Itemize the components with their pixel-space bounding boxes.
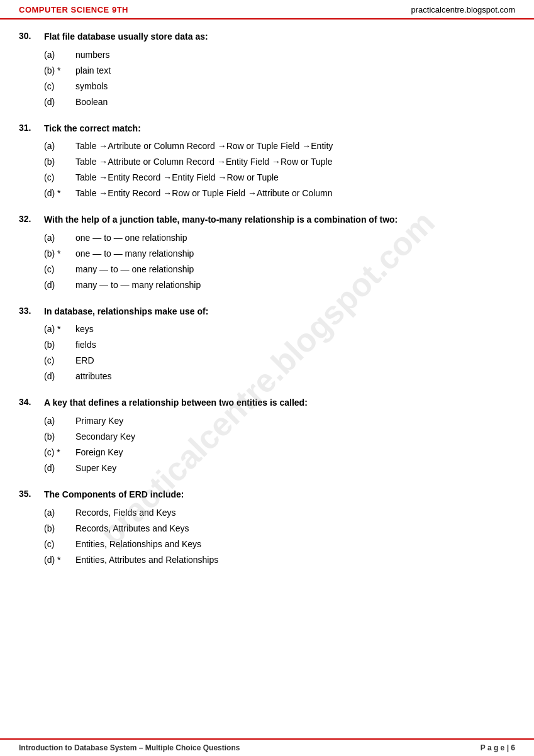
options-list: (a) *keys(b)fields(c)ERD(d)attributes — [44, 323, 515, 383]
question-number: 30. — [19, 31, 44, 41]
header-website: practicalcentre.blogspot.com — [411, 5, 515, 14]
option-text: Super Key — [75, 462, 116, 475]
option-row: (a)Table →Artribute or Column Record →Ro… — [44, 140, 515, 153]
option-row: (c)Entities, Relationships and Keys — [44, 538, 515, 551]
option-text: Records, Attributes and Keys — [75, 522, 189, 535]
question-text: Tick the correct match: — [44, 123, 141, 135]
option-label: (d) * — [44, 187, 75, 200]
option-text: Boolean — [75, 96, 108, 109]
question-text: A key that defines a relationship betwee… — [44, 397, 308, 409]
option-label: (c) — [44, 80, 75, 93]
question-block-35: 35.The Components of ERD include:(a)Reco… — [19, 489, 515, 567]
options-list: (a)Records, Fields and Keys(b)Records, A… — [44, 506, 515, 567]
question-text: Flat file database usually store data as… — [44, 31, 208, 43]
option-text: Primary Key — [75, 414, 123, 428]
option-row: (b) *plain text — [44, 64, 515, 77]
option-label: (b) — [44, 155, 75, 169]
question-text: The Components of ERD include: — [44, 489, 184, 501]
option-row: (b)Table →Attribute or Column Record →En… — [44, 155, 515, 169]
option-row: (a)numbers — [44, 48, 515, 62]
page-header: Computer Science 9th practicalcentre.blo… — [0, 0, 534, 19]
option-text: Table →Artribute or Column Record →Row o… — [75, 140, 333, 153]
option-label: (d) — [44, 279, 75, 292]
option-row: (c)Table →Entity Record →Entity Field →R… — [44, 171, 515, 184]
option-text: Secondary Key — [75, 430, 135, 443]
option-row: (b)Secondary Key — [44, 430, 515, 443]
option-label: (a) — [44, 140, 75, 153]
option-row: (d)Super Key — [44, 462, 515, 475]
option-row: (a)Primary Key — [44, 414, 515, 428]
option-text: attributes — [75, 370, 112, 383]
option-text: Table →Entity Record →Row or Tuple Field… — [75, 187, 333, 200]
header-title: Computer Science 9th — [19, 5, 128, 14]
option-label: (d) — [44, 96, 75, 109]
option-text: one — to — many relationship — [75, 247, 194, 260]
option-text: many — to — many relationship — [75, 279, 201, 292]
option-row: (a)one — to — one relationship — [44, 231, 515, 245]
option-text: Table →Entity Record →Entity Field →Row … — [75, 171, 279, 184]
option-text: Records, Fields and Keys — [75, 506, 176, 520]
option-row: (d)many — to — many relationship — [44, 279, 515, 292]
page-footer: Introduction to Database System – Multip… — [0, 738, 534, 756]
option-row: (b) *one — to — many relationship — [44, 247, 515, 260]
option-text: symbols — [75, 80, 108, 93]
option-label: (b) — [44, 338, 75, 352]
option-row: (c)ERD — [44, 354, 515, 367]
option-row: (d) *Table →Entity Record →Row or Tuple … — [44, 187, 515, 200]
question-block-30: 30.Flat file database usually store data… — [19, 31, 515, 109]
options-list: (a)Primary Key(b)Secondary Key(c) *Forei… — [44, 414, 515, 475]
option-text: plain text — [75, 64, 111, 77]
options-list: (a)numbers(b) *plain text(c)symbols(d)Bo… — [44, 48, 515, 109]
option-row: (b)Records, Attributes and Keys — [44, 522, 515, 535]
option-label: (c) — [44, 171, 75, 184]
option-label: (b) — [44, 430, 75, 443]
footer-title: Introduction to Database System – Multip… — [19, 743, 240, 752]
options-list: (a)one — to — one relationship(b) *one —… — [44, 231, 515, 292]
question-header-34: 34.A key that defines a relationship bet… — [19, 397, 515, 409]
option-label: (c) — [44, 354, 75, 367]
option-label: (b) — [44, 522, 75, 535]
question-block-33: 33.In database, relationships make use o… — [19, 306, 515, 384]
question-number: 35. — [19, 489, 44, 499]
option-label: (d) * — [44, 553, 75, 567]
option-label: (a) — [44, 231, 75, 245]
option-text: Foreign Key — [75, 446, 123, 459]
option-text: keys — [75, 323, 94, 336]
option-label: (d) — [44, 462, 75, 475]
option-label: (a) — [44, 48, 75, 62]
option-label: (a) — [44, 506, 75, 520]
question-block-31: 31.Tick the correct match:(a)Table →Artr… — [19, 123, 515, 201]
option-text: Entities, Relationships and Keys — [75, 538, 201, 551]
option-label: (c) — [44, 538, 75, 551]
option-row: (d)Boolean — [44, 96, 515, 109]
question-header-30: 30.Flat file database usually store data… — [19, 31, 515, 43]
page: Computer Science 9th practicalcentre.blo… — [0, 0, 534, 756]
content-area: 30.Flat file database usually store data… — [0, 19, 534, 618]
option-row: (c) *Foreign Key — [44, 446, 515, 459]
question-number: 31. — [19, 123, 44, 133]
option-text: fields — [75, 338, 96, 352]
option-label: (b) * — [44, 64, 75, 77]
question-number: 33. — [19, 306, 44, 316]
option-text: numbers — [75, 48, 109, 62]
question-block-32: 32.With the help of a junction table, ma… — [19, 214, 515, 292]
option-text: ERD — [75, 354, 94, 367]
option-label: (d) — [44, 370, 75, 383]
option-label: (a) * — [44, 323, 75, 336]
question-text: In database, relationships make use of: — [44, 306, 208, 318]
options-list: (a)Table →Artribute or Column Record →Ro… — [44, 140, 515, 200]
question-header-31: 31.Tick the correct match: — [19, 123, 515, 135]
option-label: (b) * — [44, 247, 75, 260]
option-row: (a)Records, Fields and Keys — [44, 506, 515, 520]
option-text: Entities, Attributes and Relationships — [75, 553, 218, 567]
option-label: (c) * — [44, 446, 75, 459]
question-number: 32. — [19, 214, 44, 224]
option-row: (d) *Entities, Attributes and Relationsh… — [44, 553, 515, 567]
option-row: (b)fields — [44, 338, 515, 352]
option-row: (a) *keys — [44, 323, 515, 336]
option-text: one — to — one relationship — [75, 231, 187, 245]
option-text: Table →Attribute or Column Record →Entit… — [75, 155, 333, 169]
option-row: (c)many — to — one relationship — [44, 263, 515, 276]
option-label: (a) — [44, 414, 75, 428]
option-row: (c)symbols — [44, 80, 515, 93]
